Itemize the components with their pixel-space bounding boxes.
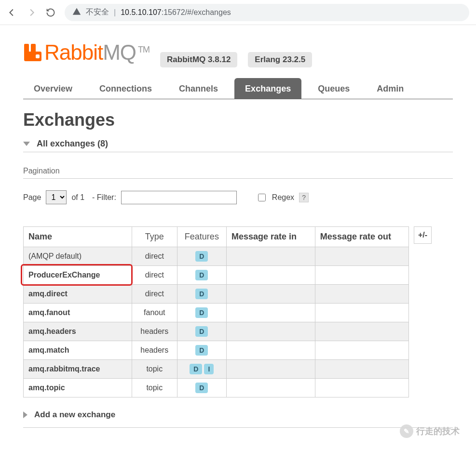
chevron-down-icon — [23, 142, 30, 146]
exchanges-table: Name Type Features Message rate in Messa… — [23, 226, 409, 397]
tab-channels[interactable]: Channels — [168, 78, 229, 99]
exchange-type-cell: headers — [132, 322, 177, 341]
regex-help-button[interactable]: ? — [299, 193, 309, 202]
address-bar[interactable]: 不安全 | 10.5.10.107:15672/#/exchanges — [65, 4, 469, 21]
table-row: amq.fanoutfanoutD — [24, 304, 409, 322]
table-row: amq.matchheadersD — [24, 341, 409, 360]
tab-admin[interactable]: Admin — [366, 78, 414, 99]
exchange-name-cell[interactable]: (AMQP default) — [24, 247, 132, 266]
exchange-name-cell[interactable]: amq.direct — [24, 285, 132, 304]
section-all-exchanges[interactable]: All exchanges (8) — [23, 136, 453, 152]
exchange-features-cell: D — [177, 266, 226, 285]
watermark-icon: ✎ — [400, 424, 413, 438]
page-content: RabbitMQ TM RabbitMQ 3.8.12 Erlang 23.2.… — [0, 25, 476, 447]
col-name[interactable]: Name — [24, 227, 132, 247]
table-row: amq.rabbitmq.tracetopicDI — [24, 360, 409, 379]
section-add-exchange[interactable]: Add a new exchange — [23, 410, 453, 428]
rate-in-cell — [226, 379, 315, 397]
feature-badge: D — [195, 326, 208, 337]
feature-badge: D — [195, 383, 208, 393]
feature-badge: D — [195, 270, 208, 280]
exchange-name-cell[interactable]: amq.rabbitmq.trace — [24, 360, 132, 379]
exchange-name-cell[interactable]: amq.topic — [24, 379, 132, 397]
exchange-name-cell[interactable]: amq.match — [24, 341, 132, 360]
col-features[interactable]: Features — [177, 227, 226, 247]
columns-toggle-button[interactable]: +/- — [414, 226, 432, 244]
logo-text-rabbit: Rabbit — [44, 40, 103, 65]
feature-badge: D — [195, 307, 208, 318]
rate-in-cell — [226, 247, 315, 266]
logo-text-mq: MQ — [103, 40, 136, 65]
rate-in-cell — [226, 341, 315, 360]
url-text: 10.5.10.107:15672/#/exchanges — [121, 8, 231, 17]
rate-out-cell — [315, 285, 408, 304]
rate-in-cell — [226, 360, 315, 379]
exchange-name-cell[interactable]: amq.headers — [24, 322, 132, 341]
rate-out-cell — [315, 322, 408, 341]
exchange-features-cell: D — [177, 341, 226, 360]
tab-exchanges[interactable]: Exchanges — [234, 78, 301, 99]
page-select[interactable]: 1 — [46, 190, 67, 204]
col-type[interactable]: Type — [132, 227, 177, 247]
svg-rect-3 — [36, 54, 40, 58]
tab-connections[interactable]: Connections — [89, 78, 163, 99]
browser-chrome: 不安全 | 10.5.10.107:15672/#/exchanges — [0, 0, 476, 25]
feature-badge: D — [190, 364, 202, 374]
tab-overview[interactable]: Overview — [23, 78, 83, 99]
table-row: amq.directdirectD — [24, 285, 409, 304]
rate-out-cell — [315, 266, 408, 285]
filter-row: Page 1 of 1 - Filter: Regex ? — [23, 190, 453, 204]
exchange-name-cell[interactable]: amq.fanout — [24, 304, 132, 322]
exchange-type-cell: direct — [132, 266, 177, 285]
feature-badge: D — [195, 345, 208, 356]
exchange-features-cell: D — [177, 304, 226, 322]
add-exchange-label: Add a new exchange — [34, 410, 115, 420]
erlang-pill: Erlang 23.2.5 — [248, 52, 312, 67]
feature-badge: I — [204, 364, 214, 374]
exchange-type-cell: fanout — [132, 304, 177, 322]
forward-button[interactable] — [26, 7, 37, 18]
exchange-type-cell: headers — [132, 341, 177, 360]
insecure-warning-icon — [72, 7, 81, 18]
rate-in-cell — [226, 285, 315, 304]
table-row: ProducerExChangedirectD — [24, 266, 409, 285]
exchange-type-cell: topic — [132, 360, 177, 379]
exchange-features-cell: D — [177, 285, 226, 304]
regex-label: Regex — [272, 193, 294, 202]
back-button[interactable] — [7, 7, 17, 18]
version-pill: RabbitMQ 3.8.12 — [160, 52, 237, 67]
page-label: Page — [23, 193, 41, 202]
nav-tabs: Overview Connections Channels Exchanges … — [23, 78, 453, 99]
exchange-features-cell: DI — [177, 360, 226, 379]
rate-in-cell — [226, 304, 315, 322]
feature-badge: D — [195, 251, 208, 262]
filter-input[interactable] — [121, 191, 237, 204]
feature-badge: D — [195, 289, 208, 299]
regex-checkbox[interactable] — [258, 194, 266, 201]
table-row: amq.topictopicD — [24, 379, 409, 397]
exchange-features-cell: D — [177, 379, 226, 397]
rabbitmq-logo[interactable]: RabbitMQ TM — [23, 40, 150, 65]
watermark-text: 行走的技术 — [416, 425, 460, 437]
rate-out-cell — [315, 304, 408, 322]
exchange-features-cell: D — [177, 322, 226, 341]
table-row: amq.headersheadersD — [24, 322, 409, 341]
pagination-header: Pagination — [23, 152, 453, 179]
rabbitmq-logo-icon — [23, 43, 42, 62]
col-rate-in[interactable]: Message rate in — [226, 227, 315, 247]
page-title: Exchanges — [23, 110, 453, 130]
header-row: RabbitMQ TM RabbitMQ 3.8.12 Erlang 23.2.… — [23, 40, 453, 67]
exchange-type-cell: direct — [132, 247, 177, 266]
of-label: of 1 — [71, 193, 84, 202]
section-all-label: All exchanges (8) — [37, 139, 108, 149]
exchange-type-cell: topic — [132, 379, 177, 397]
logo-tm: TM — [138, 45, 150, 55]
address-divider: | — [114, 8, 116, 17]
tab-queues[interactable]: Queues — [307, 78, 360, 99]
exchange-type-cell: direct — [132, 285, 177, 304]
col-rate-out[interactable]: Message rate out — [315, 227, 408, 247]
table-row: (AMQP default)directD — [24, 247, 409, 266]
rate-out-cell — [315, 360, 408, 379]
reload-button[interactable] — [45, 7, 56, 18]
exchange-name-cell[interactable]: ProducerExChange — [24, 266, 132, 285]
